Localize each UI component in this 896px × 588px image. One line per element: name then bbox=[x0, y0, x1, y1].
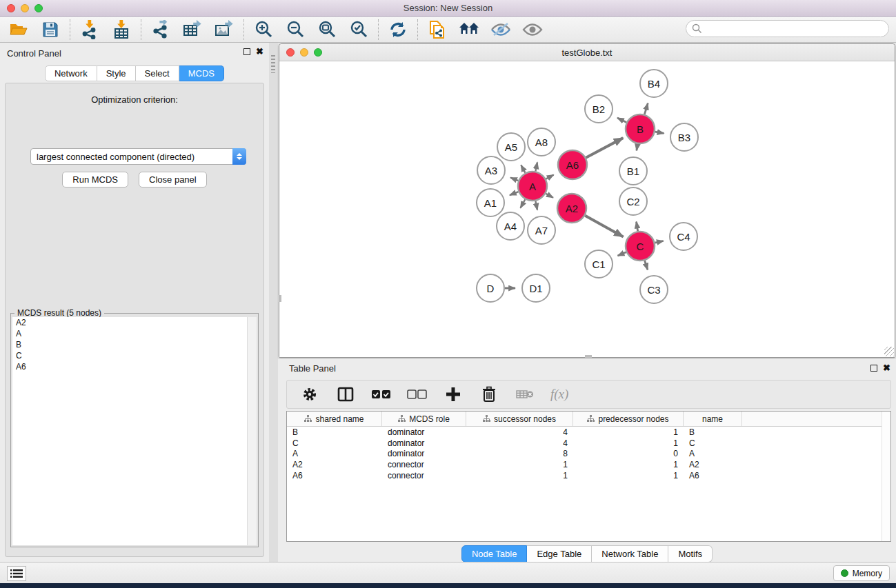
node-B3[interactable]: B3 bbox=[670, 123, 698, 151]
node-A8[interactable]: A8 bbox=[528, 128, 555, 156]
show-graphics-details-icon[interactable] bbox=[522, 19, 543, 40]
node-A6[interactable]: A6 bbox=[558, 150, 587, 179]
frame-resize-handle-icon[interactable] bbox=[884, 347, 894, 356]
tab-network[interactable]: Network bbox=[45, 65, 97, 81]
edge-C-C1[interactable] bbox=[618, 252, 626, 256]
network-canvas[interactable]: B4B2BB3A8A5A6A3B1AA1C2A2A4A7C4CC1DD1C3 bbox=[279, 61, 895, 357]
close-panel-button[interactable]: Close panel bbox=[139, 172, 207, 187]
tab-mcds[interactable]: MCDS bbox=[179, 65, 224, 81]
close-panel-icon[interactable]: ✖ bbox=[256, 48, 263, 55]
node-table[interactable]: shared nameMCDS rolesuccessor nodesprede… bbox=[286, 411, 891, 542]
save-icon[interactable] bbox=[40, 19, 61, 40]
column-header-MCDS-role[interactable]: MCDS role bbox=[382, 412, 466, 426]
node-B1[interactable]: B1 bbox=[619, 157, 647, 185]
table-close-panel-icon[interactable]: ✖ bbox=[883, 365, 890, 372]
node-A4[interactable]: A4 bbox=[497, 212, 524, 240]
node-B4[interactable]: B4 bbox=[640, 70, 668, 97]
memory-button[interactable]: Memory bbox=[833, 565, 890, 581]
edge-A-A6[interactable] bbox=[546, 175, 553, 179]
table-row[interactable]: A2connector11A2 bbox=[287, 459, 890, 470]
edge-A2-C[interactable] bbox=[585, 216, 623, 237]
clone-network-icon[interactable] bbox=[427, 19, 448, 40]
mcds-result-item[interactable]: A bbox=[12, 328, 248, 339]
column-header-predecessor-nodes[interactable]: predecessor nodes bbox=[573, 412, 684, 426]
mcds-list-scrollbar[interactable] bbox=[247, 317, 257, 545]
tab-node-table[interactable]: Node Table bbox=[461, 545, 528, 562]
export-network-icon[interactable] bbox=[150, 19, 171, 40]
edge-A6-B[interactable] bbox=[586, 138, 623, 158]
settings-gear-icon[interactable] bbox=[299, 384, 320, 405]
edge-A-A1[interactable] bbox=[510, 192, 519, 195]
search-input[interactable] bbox=[686, 20, 889, 37]
mcds-result-item[interactable]: A6 bbox=[12, 361, 248, 372]
table-row[interactable]: Cdominator41C bbox=[287, 438, 890, 449]
mcds-result-item[interactable]: C bbox=[12, 350, 248, 361]
edge-A-A8[interactable] bbox=[535, 162, 537, 171]
import-network-icon[interactable] bbox=[79, 19, 100, 40]
export-image-icon[interactable] bbox=[214, 19, 235, 40]
run-mcds-button[interactable]: Run MCDS bbox=[62, 172, 128, 187]
import-table-icon[interactable] bbox=[111, 19, 132, 40]
node-A2[interactable]: A2 bbox=[557, 194, 586, 223]
tab-style[interactable]: Style bbox=[97, 65, 136, 81]
edge-B-B4[interactable] bbox=[644, 103, 648, 114]
table-row[interactable]: Adominator80A bbox=[287, 449, 890, 460]
column-selector-icon[interactable] bbox=[335, 384, 356, 405]
edge-A-A3[interactable] bbox=[510, 178, 518, 181]
export-table-icon[interactable] bbox=[182, 19, 203, 40]
zoom-in-icon[interactable] bbox=[253, 19, 274, 40]
delete-row-icon[interactable] bbox=[479, 384, 499, 405]
home-icon[interactable] bbox=[459, 19, 479, 40]
criterion-dropdown[interactable]: largest connected component (directed) bbox=[30, 148, 246, 165]
add-row-icon[interactable] bbox=[443, 384, 464, 405]
mcds-result-item[interactable]: A2 bbox=[12, 317, 248, 328]
node-A5[interactable]: A5 bbox=[497, 133, 525, 161]
node-B2[interactable]: B2 bbox=[585, 95, 613, 123]
node-A7[interactable]: A7 bbox=[528, 216, 555, 244]
float-panel-icon[interactable] bbox=[243, 48, 250, 55]
edge-C-C3[interactable] bbox=[645, 261, 648, 270]
edge-A-A7[interactable] bbox=[535, 201, 537, 210]
edge-C-C4[interactable] bbox=[655, 241, 663, 243]
edge-C-C2[interactable] bbox=[637, 222, 638, 232]
column-header-successor-nodes[interactable]: successor nodes bbox=[466, 412, 573, 426]
network-window-titlebar[interactable]: testGlobe.txt bbox=[279, 44, 895, 61]
hide-graphics-details-icon[interactable] bbox=[490, 19, 511, 40]
deselect-all-icon[interactable] bbox=[407, 384, 428, 405]
select-all-icon[interactable] bbox=[371, 384, 392, 405]
node-A1[interactable]: A1 bbox=[477, 189, 504, 216]
column-header-shared-name[interactable]: shared name bbox=[287, 412, 382, 426]
node-C3[interactable]: C3 bbox=[640, 276, 668, 303]
node-D[interactable]: D bbox=[477, 274, 504, 302]
task-history-button[interactable] bbox=[7, 566, 26, 581]
zoom-fit-icon[interactable] bbox=[317, 19, 337, 40]
table-row[interactable]: Bdominator41B bbox=[287, 427, 890, 438]
edge-B-B1[interactable] bbox=[637, 144, 638, 151]
table-float-panel-icon[interactable] bbox=[870, 365, 877, 372]
mcds-result-item[interactable]: B bbox=[12, 339, 248, 350]
node-A3[interactable]: A3 bbox=[477, 156, 505, 184]
refresh-icon[interactable] bbox=[388, 19, 408, 40]
edge-A-A4[interactable] bbox=[520, 199, 525, 207]
node-D1[interactable]: D1 bbox=[522, 274, 550, 302]
edge-A-A2[interactable] bbox=[546, 194, 553, 198]
tab-network-table[interactable]: Network Table bbox=[592, 545, 668, 562]
panel-splitter[interactable] bbox=[269, 43, 278, 562]
node-C2[interactable]: C2 bbox=[619, 187, 647, 215]
node-A[interactable]: A bbox=[518, 172, 547, 201]
table-scrollbar[interactable] bbox=[882, 412, 890, 541]
node-C1[interactable]: C1 bbox=[585, 250, 613, 278]
zoom-selected-icon[interactable] bbox=[348, 19, 369, 40]
table-row[interactable]: A6connector11A6 bbox=[287, 470, 890, 481]
mcds-result-list[interactable]: A2ABCA6 bbox=[12, 317, 248, 545]
column-header-name[interactable]: name bbox=[684, 412, 742, 426]
network-graph[interactable]: B4B2BB3A8A5A6A3B1AA1C2A2A4A7C4CC1DD1C3 bbox=[279, 61, 895, 357]
edge-B-B2[interactable] bbox=[617, 118, 626, 122]
edge-A-A5[interactable] bbox=[521, 165, 525, 172]
node-C4[interactable]: C4 bbox=[670, 223, 697, 250]
tab-edge-table[interactable]: Edge Table bbox=[527, 545, 592, 562]
node-C[interactable]: C bbox=[626, 232, 655, 261]
zoom-out-icon[interactable] bbox=[285, 19, 306, 40]
node-B[interactable]: B bbox=[626, 114, 655, 143]
open-file-icon[interactable] bbox=[8, 19, 29, 40]
